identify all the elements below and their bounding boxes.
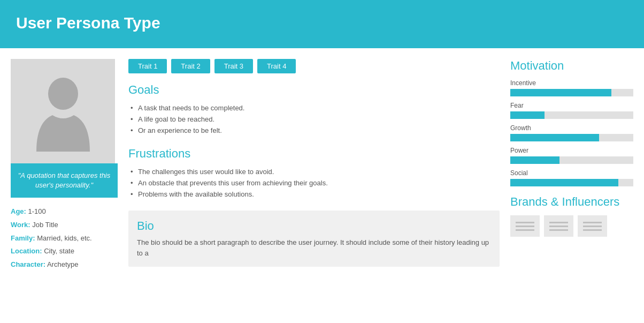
- header: User Persona Type: [0, 0, 644, 48]
- bar-item-power: Power: [510, 147, 633, 164]
- brand-placeholder-2: [544, 215, 573, 237]
- bar-item-fear: Fear: [510, 102, 633, 119]
- motivation-bars: IncentiveFearGrowthPowerSocial: [510, 79, 633, 186]
- list-item: An obstacle that prevents this user from…: [131, 177, 500, 189]
- frustrations-section: Frustrations The challenges this user wo…: [128, 147, 500, 200]
- work-row: Work: Job Title: [11, 219, 118, 232]
- age-row: Age: 1-100: [11, 205, 118, 219]
- bar-label: Growth: [510, 124, 633, 132]
- list-item: A task that needs to be completed.: [131, 102, 500, 114]
- location-value: City, state: [44, 247, 74, 255]
- trait-button-4[interactable]: Trait 4: [257, 59, 296, 73]
- trait-button-3[interactable]: Trait 3: [214, 59, 253, 73]
- bio-title: Bio: [137, 219, 491, 233]
- character-label: Character:: [11, 260, 45, 268]
- bar-fill: [510, 111, 545, 119]
- avatar-icon: [31, 71, 95, 152]
- page-title: User Persona Type: [16, 14, 160, 32]
- quote-text: "A quotation that captures this user's p…: [18, 171, 111, 189]
- user-info: Age: 1-100 Work: Job Title Family: Marri…: [11, 205, 118, 271]
- location-row: Location: City, state: [11, 245, 118, 258]
- bar-track: [510, 89, 633, 96]
- motivation-title: Motivation: [510, 59, 633, 73]
- bar-track: [510, 156, 633, 164]
- goals-list: A task that needs to be completed.A life…: [128, 102, 500, 136]
- family-row: Family: Married, kids, etc.: [11, 232, 118, 245]
- frustrations-title: Frustrations: [128, 147, 500, 161]
- list-item: A life goal to be reached.: [131, 114, 500, 125]
- bar-item-incentive: Incentive: [510, 79, 633, 96]
- bar-label: Fear: [510, 102, 633, 109]
- bar-track: [510, 179, 633, 186]
- goals-title: Goals: [128, 83, 500, 97]
- age-value: 1-100: [28, 207, 46, 215]
- character-value: Archetype: [47, 260, 79, 268]
- right-panel: Motivation IncentiveFearGrowthPowerSocia…: [510, 59, 633, 323]
- trait-button-1[interactable]: Trait 1: [128, 59, 167, 73]
- brand-placeholder-1: [510, 215, 540, 237]
- family-value: Married, kids, etc.: [37, 234, 92, 242]
- list-item: Or an experience to be felt.: [131, 125, 500, 136]
- age-label: Age:: [11, 207, 26, 215]
- bar-track: [510, 111, 633, 119]
- family-label: Family:: [11, 234, 35, 242]
- work-value: Job Title: [32, 221, 58, 229]
- traits-row: Trait 1Trait 2Trait 3Trait 4: [128, 59, 500, 73]
- brands-title: Brands & Influencers: [510, 195, 633, 209]
- list-item: Problems with the available solutions.: [131, 189, 500, 200]
- goals-section: Goals A task that needs to be completed.…: [128, 83, 500, 136]
- bar-item-growth: Growth: [510, 124, 633, 141]
- location-label: Location:: [11, 247, 42, 255]
- list-item: The challenges this user would like to a…: [131, 166, 500, 177]
- brand-placeholder-3: [578, 215, 607, 237]
- bar-fill: [510, 179, 618, 186]
- left-panel: "A quotation that captures this user's p…: [11, 59, 118, 323]
- trait-button-2[interactable]: Trait 2: [171, 59, 210, 73]
- svg-point-0: [48, 78, 78, 110]
- bar-track: [510, 134, 633, 141]
- bar-label: Social: [510, 169, 633, 177]
- bar-label: Incentive: [510, 79, 633, 87]
- brands-row: [510, 215, 633, 237]
- bar-fill: [510, 134, 599, 141]
- avatar: [11, 59, 115, 163]
- bar-item-social: Social: [510, 169, 633, 186]
- character-row: Character: Archetype: [11, 258, 118, 272]
- frustrations-list: The challenges this user would like to a…: [128, 166, 500, 200]
- bar-fill: [510, 89, 611, 96]
- middle-panel: Trait 1Trait 2Trait 3Trait 4 Goals A tas…: [128, 59, 500, 323]
- quote-box: "A quotation that captures this user's p…: [11, 163, 118, 198]
- bio-section: Bio The bio should be a short paragraph …: [128, 211, 500, 267]
- bar-fill: [510, 156, 559, 164]
- bar-label: Power: [510, 147, 633, 154]
- bio-text: The bio should be a short paragraph to d…: [137, 237, 491, 258]
- work-label: Work:: [11, 221, 30, 229]
